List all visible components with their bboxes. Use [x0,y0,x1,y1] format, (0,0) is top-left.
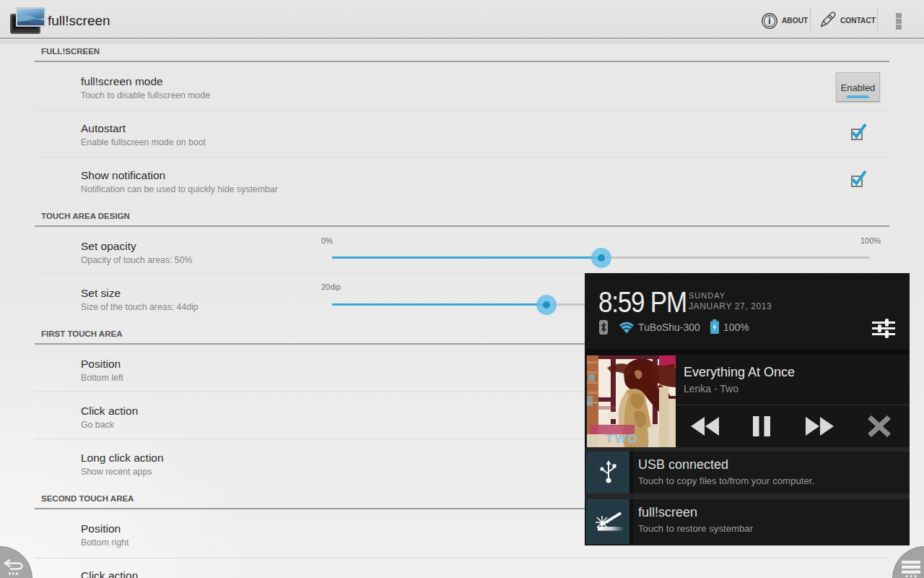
svg-text:TWO: TWO [606,432,639,446]
